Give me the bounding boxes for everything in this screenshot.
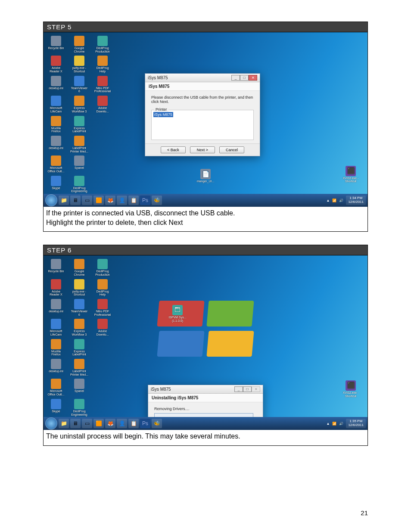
desktop-icon[interactable]: desktop.ini — [47, 136, 65, 153]
desktop-icon[interactable]: Skype — [47, 176, 65, 193]
desktop-icon[interactable]: LabelPrint Printer Med... — [70, 136, 88, 153]
taskbar: 📁 🖥 ▭ 🟧 🦊 👤 📋 Ps 🐝 ▲ 📶 🔊 1:34 PM 12/6/20… — [44, 194, 367, 207]
app-icon — [74, 36, 84, 46]
taskbar-app-ps[interactable]: Ps — [140, 196, 150, 205]
desktop-icon[interactable]: Mozilla Firefox — [47, 339, 65, 356]
desktop-icon[interactable]: Express Workflow 3 — [70, 96, 88, 113]
app-icon — [74, 176, 84, 186]
app-icon — [51, 259, 61, 269]
desktop-icon[interactable]: Spanel — [70, 379, 88, 396]
taskbar-app[interactable]: 👤 — [117, 196, 127, 205]
desktop-icon[interactable]: Mozilla Firefox — [47, 116, 65, 133]
app-icon — [74, 116, 84, 126]
desktop-icon[interactable]: Express Workflow 3 — [70, 319, 88, 336]
cancel-button[interactable]: Cancel — [219, 146, 244, 153]
taskbar-clock[interactable]: 1:34 PM 12/6/2011 — [346, 196, 366, 205]
maximize-button[interactable]: □ — [240, 75, 249, 81]
taskbar-app[interactable]: 📋 — [128, 419, 139, 428]
taskbar-app[interactable]: 🖥 — [70, 419, 81, 428]
taskbar: 📁 🖥 ▭ 🟧 🦊 👤 📋 Ps 🐝 ▲ 📶 🔊 1:35 PM 12/6/20… — [44, 417, 367, 430]
right-desktop-icon[interactable]: ⬛XVI32.exe - Shortcut — [342, 380, 360, 398]
desktop-icon[interactable]: DediProg Help — [93, 279, 112, 296]
taskbar-app-firefox[interactable]: 🦊 — [105, 196, 115, 205]
desktop-icon[interactable]: Adobe Reader X — [47, 279, 65, 296]
desktop-icon[interactable]: Express LabelPrint — [70, 339, 88, 356]
progress-dialog: iSys M875 _ □ ✕ Uninstalling iSys M875 R… — [148, 385, 263, 422]
desktop-icon[interactable]: TeamViewer 6 — [70, 76, 88, 93]
right-desktop-icon[interactable]: ⬛XVI32.exe - Shortcut — [342, 166, 360, 183]
desktop-icon[interactable]: DediProg Help — [93, 56, 112, 73]
close-button[interactable]: ✕ — [249, 75, 257, 81]
taskbar-app-explorer[interactable]: 📁 — [59, 196, 69, 205]
desktop-icon[interactable]: Google Chrome — [70, 259, 88, 276]
app-icon — [51, 136, 61, 146]
app-icon — [74, 299, 84, 309]
next-button[interactable]: Next > — [190, 146, 215, 153]
taskbar-app[interactable]: 🐝 — [152, 419, 162, 428]
tray-volume-icon[interactable]: 🔊 — [339, 199, 343, 202]
minimize-button[interactable]: _ — [231, 75, 240, 81]
tray-network-icon[interactable]: 📶 — [332, 199, 336, 202]
screenshot-step6: Recycle BinGoogle ChromeDediProg Product… — [44, 255, 367, 430]
taskbar-app[interactable]: ▭ — [82, 196, 92, 205]
desktop-icon[interactable]: Skype — [47, 399, 65, 416]
tray-volume-icon[interactable]: 🔊 — [339, 422, 343, 426]
app-icon — [74, 136, 84, 146]
status-text: Removing Drivers.... — [154, 407, 257, 411]
desktop-icon[interactable]: TeamViewer 6 — [70, 299, 88, 316]
start-button[interactable] — [45, 194, 57, 206]
maximize-button[interactable]: □ — [243, 386, 252, 392]
desktop-icon[interactable]: Nitro PDF Professional — [93, 299, 112, 316]
tray-network-icon[interactable]: 📶 — [332, 422, 336, 426]
desktop-icon[interactable]: desktop.ini — [47, 76, 65, 93]
start-button[interactable] — [45, 417, 57, 429]
taskbar-app[interactable]: 🐝 — [152, 196, 162, 205]
desktop-icon[interactable]: putty.exe - Shortcut — [70, 56, 88, 73]
taskbar-clock[interactable]: 1:35 PM 12/6/2011 — [346, 419, 366, 428]
screenshot-step5: Recycle BinGoogle ChromeDediProg Product… — [44, 32, 367, 207]
app-icon — [97, 76, 108, 86]
taskbar-app[interactable]: ▭ — [82, 419, 92, 428]
step-caption: If the printer is connected via USB, dis… — [44, 207, 367, 231]
desktop-icon[interactable]: DediProg Engineering — [70, 399, 88, 416]
desktop-icon[interactable]: desktop.ini — [47, 359, 65, 376]
back-button[interactable]: < Back — [161, 146, 186, 153]
taskbar-app[interactable]: 🖥 — [70, 196, 81, 205]
taskbar-app[interactable]: 📋 — [128, 196, 139, 205]
desktop-icon[interactable]: DediProg Production — [93, 36, 112, 53]
dialog-body: Please disconnect the USB cable from the… — [145, 91, 260, 143]
desktop-icons-grid: Recycle BinGoogle ChromeDediProg Product… — [47, 36, 112, 193]
taskbar-app[interactable]: 🟧 — [93, 419, 104, 428]
upper-desktop-icon[interactable]: 🗔ISPVM Sys... (1.1.0.0) — [168, 305, 187, 322]
desktop-icon[interactable]: Adobe Downlo... — [93, 319, 112, 336]
desktop-icon[interactable]: Recycle Bin — [47, 259, 65, 276]
desktop-icon[interactable]: Microsoft LifeCam — [47, 96, 65, 113]
desktop-icon[interactable]: DediProg Engineering — [70, 176, 88, 193]
desktop-icon[interactable]: desktop.ini — [47, 299, 65, 316]
desktop-icon[interactable]: LabelPrint Printer Med... — [70, 359, 88, 376]
desktop-icon[interactable]: Adobe Reader X — [47, 56, 65, 73]
tray-flag-icon[interactable]: ▲ — [326, 422, 330, 426]
desktop-icon[interactable]: Nitro PDF Professional — [93, 76, 112, 93]
taskbar-app[interactable]: 🟧 — [93, 196, 104, 205]
tray-flag-icon[interactable]: ▲ — [326, 199, 330, 202]
desktop-icon[interactable]: Microsoft Office Outl... — [47, 379, 65, 396]
desktop-icon[interactable]: Spanel — [70, 156, 88, 173]
taskbar-app-explorer[interactable]: 📁 — [59, 419, 69, 428]
desktop-icon[interactable]: DediProg Production — [93, 259, 112, 276]
desktop-icon[interactable]: Google Chrome — [70, 36, 88, 53]
desktop-icon[interactable]: Microsoft Office Outl... — [47, 156, 65, 173]
app-icon — [74, 76, 84, 86]
taskbar-app-firefox[interactable]: 🦊 — [105, 419, 115, 428]
selected-printer[interactable]: iSys M875 — [153, 112, 173, 117]
desktop-icon[interactable]: putty.exe - Shortcut — [70, 279, 88, 296]
taskbar-app[interactable]: 👤 — [117, 419, 127, 428]
app-icon — [74, 399, 84, 409]
taskbar-app-ps[interactable]: Ps — [140, 419, 150, 428]
desktop-icon[interactable]: Express LabelPrint — [70, 116, 88, 133]
desktop-icon[interactable]: Adobe Downlo... — [93, 96, 112, 113]
desktop-icon[interactable]: Microsoft LifeCam — [47, 319, 65, 336]
minimize-button[interactable]: _ — [234, 386, 243, 392]
desktop-icon[interactable]: Recycle Bin — [47, 36, 65, 53]
center-desktop-icon[interactable]: 📄manger_UI... — [196, 169, 215, 183]
